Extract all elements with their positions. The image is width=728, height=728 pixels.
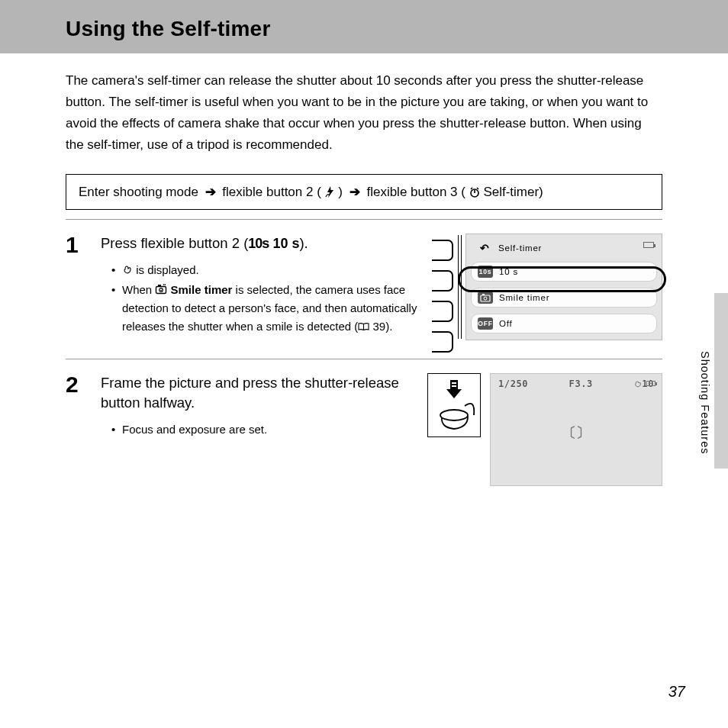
- menu-illustration: ↶ Self-timer 10s 10 s Smile timer: [432, 234, 662, 340]
- flexible-button-4: [432, 331, 453, 353]
- svg-point-3: [159, 288, 163, 292]
- step-number: 2: [66, 373, 87, 486]
- step-2: 2 Frame the picture and press the shutte…: [66, 359, 662, 504]
- focus-brackets: 〔 〕: [562, 424, 590, 440]
- page-title: Using the Self-timer: [66, 17, 728, 41]
- bullet-pre: When: [122, 283, 155, 296]
- lcd-top-indicators: 1/250 F3.3 10: [491, 378, 662, 389]
- bullet-bold: Smile timer: [167, 283, 232, 296]
- chapter-label: Shooting Features: [699, 351, 711, 455]
- battery-icon: [643, 242, 654, 248]
- ten-seconds-icon: 10s: [478, 266, 493, 278]
- arrow-icon: ➔: [350, 185, 360, 199]
- navigation-path-box: Enter shooting mode ➔ flexible button 2 …: [66, 174, 662, 210]
- nav-step-c-pre: flexible button 3 (: [366, 185, 465, 199]
- svg-point-11: [440, 410, 468, 420]
- menu-header-label: Self-timer: [498, 243, 542, 253]
- step-2-illustration: 1/250 F3.3 10 〔 〕: [427, 373, 662, 486]
- book-icon: [358, 318, 369, 336]
- svg-rect-2: [158, 285, 161, 287]
- menu-option-label: Off: [499, 319, 513, 328]
- hand-icon: [122, 261, 133, 279]
- arrow-icon: ➔: [205, 185, 216, 199]
- back-icon: ↶: [477, 242, 492, 254]
- menu-option-label: Smile timer: [499, 293, 549, 302]
- bullet-ref: 39).: [369, 320, 392, 333]
- svg-marker-10: [446, 389, 462, 398]
- nav-step-c-post: Self-timer): [483, 185, 543, 199]
- flash-timer-icon: [321, 185, 338, 199]
- intro-paragraph: The camera's self-timer can release the …: [66, 70, 662, 156]
- menu-option-label: 10 s: [499, 267, 518, 276]
- chapter-tab: [714, 293, 728, 469]
- svg-rect-1: [156, 287, 166, 294]
- svg-rect-6: [482, 294, 485, 295]
- svg-point-5: [484, 297, 487, 300]
- svg-rect-7: [450, 380, 458, 389]
- title-bar: Using the Self-timer: [0, 0, 728, 53]
- menu-panel: ↶ Self-timer 10s 10 s Smile timer: [465, 234, 662, 340]
- aperture: F3.3: [569, 378, 593, 389]
- page-number: 37: [668, 683, 685, 701]
- battery-icon: [646, 381, 656, 386]
- svg-rect-9: [452, 385, 456, 387]
- step-1-title-pre: Press flexible button 2 (: [101, 235, 248, 251]
- content: The camera's self-timer can release the …: [0, 53, 728, 504]
- smile-timer-icon: [155, 282, 167, 299]
- step-1-title-post: ).: [299, 235, 308, 251]
- menu-option-10s: 10s 10 s: [471, 262, 657, 282]
- menu-header: ↶ Self-timer: [471, 240, 657, 256]
- off-icon: OFF: [478, 317, 493, 330]
- svg-rect-4: [481, 295, 490, 301]
- nav-step-b-post: ): [338, 185, 343, 199]
- step-1-title: Press flexible button 2 (10s 10 s).: [101, 234, 421, 253]
- flexible-button-1: [432, 240, 453, 261]
- nav-step-b-pre: flexible button 2 (: [222, 185, 321, 199]
- ten-seconds-icon: 10s: [248, 236, 269, 251]
- step-1: 1 Press flexible button 2 (10s 10 s). is…: [66, 220, 662, 359]
- flexible-button-3: [432, 301, 453, 322]
- self-timer-icon: [465, 185, 483, 199]
- lcd-screen: 1/250 F3.3 10 〔 〕: [490, 373, 662, 486]
- flexible-buttons: [432, 240, 453, 353]
- menu-option-off: OFF Off: [471, 314, 657, 333]
- step-number: 1: [66, 234, 87, 340]
- bullet-text: is displayed.: [133, 263, 199, 276]
- step-2-title: Frame the picture and press the shutter-…: [101, 373, 417, 413]
- shutter-speed: 1/250: [498, 378, 528, 389]
- smile-timer-icon: [478, 292, 493, 304]
- bullet: is displayed.: [111, 261, 421, 279]
- side-divider: [458, 235, 462, 339]
- nav-step-a: Enter shooting mode: [79, 185, 198, 199]
- flexible-button-2: [432, 270, 453, 292]
- svg-rect-8: [452, 382, 456, 384]
- bullet: Focus and exposure are set.: [111, 420, 417, 438]
- bullet: When Smile timer is selected, the camera…: [111, 281, 421, 337]
- half-press-illustration: [427, 373, 481, 437]
- step-1-title-bold: 10 s: [269, 236, 299, 251]
- bracket-right-icon: 〕: [576, 424, 590, 440]
- menu-option-smile: Smile timer: [471, 288, 657, 308]
- bracket-left-icon: 〔: [562, 424, 576, 440]
